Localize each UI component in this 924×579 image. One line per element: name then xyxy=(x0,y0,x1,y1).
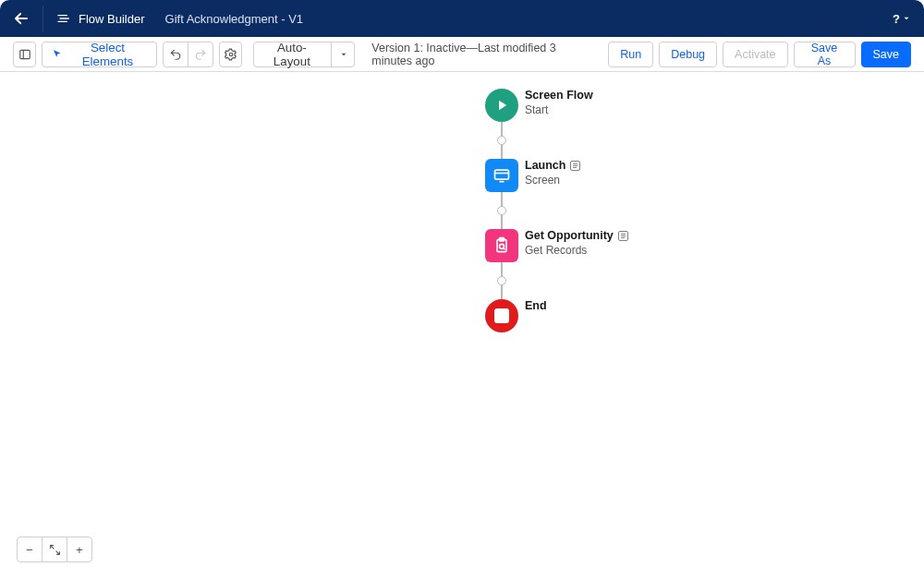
back-button[interactable] xyxy=(13,10,30,27)
zoom-fit-button[interactable] xyxy=(42,537,67,562)
node-subtitle: Get Records xyxy=(525,244,628,257)
layout-mode-label: Auto-Layout xyxy=(263,41,320,68)
fit-icon xyxy=(49,544,61,556)
stop-icon xyxy=(494,308,509,323)
svg-rect-8 xyxy=(500,238,505,241)
node-title: Get Opportunity xyxy=(525,229,614,242)
svg-line-12 xyxy=(55,550,59,554)
node-start[interactable]: Screen Flow Start xyxy=(485,89,518,122)
toggle-sidebar-button[interactable] xyxy=(13,42,36,67)
svg-rect-4 xyxy=(495,170,509,179)
connector[interactable] xyxy=(501,262,503,299)
chevron-down-icon xyxy=(331,42,348,66)
zoom-out-button[interactable]: − xyxy=(17,537,43,562)
app-name: Flow Builder xyxy=(56,11,145,26)
connector[interactable] xyxy=(501,122,503,159)
flow-icon xyxy=(56,11,71,26)
help-menu[interactable]: ? xyxy=(893,12,911,26)
start-icon xyxy=(485,89,518,122)
add-element-button[interactable] xyxy=(497,206,506,215)
node-get-opportunity[interactable]: Get Opportunity Get Records xyxy=(485,229,518,262)
add-element-button[interactable] xyxy=(497,136,506,145)
panel-icon xyxy=(18,48,31,61)
note-icon xyxy=(570,161,580,171)
toolbar: Select Elements Auto-Layout Version 1: I… xyxy=(0,37,924,72)
app-name-label: Flow Builder xyxy=(79,12,145,26)
add-element-button[interactable] xyxy=(497,276,506,285)
get-records-icon xyxy=(485,229,518,262)
chevron-down-icon xyxy=(902,14,911,23)
help-icon: ? xyxy=(893,12,900,26)
node-title: Screen Flow xyxy=(525,89,593,102)
node-title: End xyxy=(525,299,547,312)
save-button[interactable]: Save xyxy=(861,42,912,67)
end-icon xyxy=(485,299,518,332)
node-title: Launch xyxy=(525,159,565,172)
node-end[interactable]: End xyxy=(485,299,518,332)
node-subtitle: Start xyxy=(525,103,593,116)
save-as-button[interactable]: Save As xyxy=(794,42,856,67)
monitor-icon xyxy=(492,166,511,185)
header-divider xyxy=(43,6,43,31)
debug-button[interactable]: Debug xyxy=(659,42,717,67)
clipboard-search-icon xyxy=(492,236,511,255)
version-status: Version 1: Inactive—Last modified 3 minu… xyxy=(371,42,595,67)
layout-mode-select[interactable]: Auto-Layout xyxy=(253,42,355,67)
undo-button[interactable] xyxy=(163,42,188,67)
activate-button[interactable]: Activate xyxy=(723,42,787,67)
settings-button[interactable] xyxy=(219,42,242,67)
screen-icon xyxy=(485,159,518,192)
connector[interactable] xyxy=(501,192,503,229)
zoom-in-button[interactable]: + xyxy=(67,537,92,562)
svg-point-3 xyxy=(229,53,233,56)
run-button[interactable]: Run xyxy=(608,42,653,67)
undo-icon xyxy=(169,48,182,61)
svg-rect-1 xyxy=(19,50,30,58)
cursor-icon xyxy=(52,48,63,60)
zoom-controls: − + xyxy=(17,537,92,562)
redo-button[interactable] xyxy=(188,42,213,67)
app-header: Flow Builder Gift Acknowledgment - V1 ? xyxy=(0,0,924,37)
select-elements-button[interactable]: Select Elements xyxy=(42,42,157,67)
play-icon xyxy=(493,97,510,114)
select-elements-label: Select Elements xyxy=(68,41,147,68)
svg-line-10 xyxy=(504,248,505,250)
redo-icon xyxy=(194,48,207,61)
flow-canvas[interactable]: Screen Flow Start Launch Screen Get Oppo… xyxy=(0,72,924,579)
arrow-left-icon xyxy=(13,10,30,27)
history-group xyxy=(163,42,213,67)
node-launch[interactable]: Launch Screen xyxy=(485,159,518,192)
gear-icon xyxy=(225,48,237,61)
flow-column: Screen Flow Start Launch Screen Get Oppo… xyxy=(485,89,518,332)
node-subtitle: Screen xyxy=(525,174,580,187)
flow-title: Gift Acknowledgment - V1 xyxy=(165,12,304,26)
note-icon xyxy=(618,231,628,241)
svg-line-11 xyxy=(50,545,54,549)
